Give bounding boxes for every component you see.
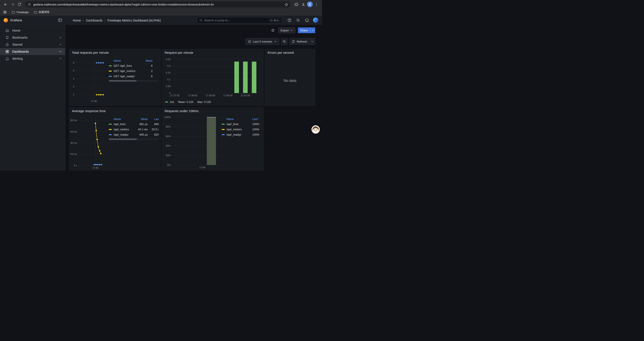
refresh-button[interactable]: Refresh bbox=[290, 38, 309, 45]
legend-row[interactable]: GET /api/_metrics 2 bbox=[109, 69, 158, 74]
monitor-icon bbox=[305, 18, 309, 22]
bookmarks-bar: Freeleaps 收藏博客 bbox=[0, 9, 322, 16]
topnav-icons bbox=[287, 18, 318, 23]
svg-text:2: 2 bbox=[73, 93, 74, 96]
no-data-message: No data bbox=[265, 56, 315, 105]
apps-grid-icon[interactable] bbox=[3, 10, 7, 14]
chevron-down-icon[interactable] bbox=[59, 43, 62, 46]
breadcrumb-dashboards[interactable]: Dashboards bbox=[86, 19, 102, 22]
series-color-dash bbox=[109, 124, 112, 125]
grafana-profile-avatar[interactable] bbox=[313, 18, 318, 23]
scrollbar-thumb[interactable] bbox=[109, 80, 136, 82]
news-button[interactable] bbox=[296, 18, 301, 23]
svg-text:20%: 20% bbox=[166, 154, 170, 157]
bookmark-item-blogs[interactable]: 收藏博客 bbox=[34, 10, 50, 14]
chevron-down-icon[interactable] bbox=[59, 57, 62, 60]
time-range-picker[interactable]: Last 5 minutes bbox=[246, 38, 279, 45]
extensions-button[interactable] bbox=[293, 1, 300, 8]
downloads-button[interactable] bbox=[300, 1, 307, 8]
svg-text:0.2: 0.2 bbox=[167, 65, 170, 67]
url-bar[interactable]: grafana.mathmast.com/d/deytv4rwavabkb/fr… bbox=[25, 1, 291, 8]
zoom-out-button[interactable] bbox=[281, 38, 288, 45]
assistant-avatar[interactable] bbox=[312, 125, 320, 134]
search-input[interactable] bbox=[204, 19, 267, 22]
legend-scrollbar[interactable] bbox=[109, 138, 159, 140]
svg-text:80 ms: 80 ms bbox=[70, 119, 77, 122]
favorite-dashboard-button[interactable] bbox=[270, 28, 276, 33]
legend-header-name[interactable]: Name bbox=[109, 59, 143, 62]
svg-text:100%: 100% bbox=[164, 116, 170, 119]
legend-row[interactable]: /api/_livez 661 µs 646 bbox=[109, 122, 159, 127]
svg-text:17:40: 17:40 bbox=[91, 100, 97, 103]
scrollbar-thumb[interactable] bbox=[109, 138, 137, 140]
legend-header-last[interactable]: Las bbox=[150, 118, 159, 121]
breadcrumb-current: Freeleaps Metrics Dashboard (ALPHA) bbox=[108, 19, 161, 22]
sidebar-toggle-button[interactable] bbox=[58, 18, 63, 23]
export-button[interactable]: Export bbox=[278, 28, 296, 33]
sidebar-item-label: Starred bbox=[12, 43, 22, 46]
chevron-down-icon[interactable] bbox=[59, 50, 62, 53]
legend-row[interactable]: /api/_metrics 100% bbox=[222, 127, 259, 132]
legend-row[interactable]: GET /api/_livez 6 bbox=[109, 63, 158, 69]
legend-row[interactable]: /api/_readyz 100% bbox=[222, 132, 259, 137]
svg-text:4: 4 bbox=[73, 78, 74, 80]
legend-row[interactable]: GET /api/_readyz 6 bbox=[109, 74, 158, 79]
legend-row[interactable]: /api/_metrics 40.1 ms 20.5 r bbox=[109, 127, 159, 132]
svg-text:17:40: 17:40 bbox=[199, 166, 206, 169]
sidebar-item-alerting[interactable]: Alerting bbox=[0, 55, 65, 62]
chevron-down-icon[interactable] bbox=[59, 36, 62, 39]
sidebar-item-label: Home bbox=[12, 29, 20, 32]
svg-text:0.05: 0.05 bbox=[166, 85, 170, 88]
svg-text:17:38:00: 17:38:00 bbox=[188, 94, 197, 97]
share-button[interactable]: Share bbox=[298, 28, 310, 33]
svg-text:0.25: 0.25 bbox=[166, 58, 170, 61]
grafana-logo[interactable] bbox=[3, 18, 8, 24]
legend-mean: Mean: 0.233 bbox=[178, 101, 193, 104]
legend-header-name[interactable]: Name bbox=[109, 118, 135, 121]
breadcrumb-home[interactable]: Home bbox=[73, 19, 81, 22]
legend-row[interactable]: /api/_livez 100% bbox=[222, 122, 259, 127]
total-requests-chart[interactable]: 6543217:40 bbox=[70, 57, 110, 104]
requests-under-100ms-chart[interactable]: 100%80%60%40%20%0%17:40 bbox=[163, 114, 227, 171]
legend-series[interactable]: 2xx bbox=[165, 101, 174, 104]
panel-title[interactable]: Requests under 100ms bbox=[162, 108, 263, 113]
sidebar-item-dashboards[interactable]: Dashboards bbox=[0, 48, 65, 55]
browser-menu-button[interactable] bbox=[313, 1, 320, 8]
search-box[interactable]: ⌘+k bbox=[197, 17, 282, 24]
brand-label: Grafana bbox=[10, 18, 22, 22]
panel-title[interactable]: Request per minute bbox=[162, 49, 263, 55]
request-per-minute-chart[interactable]: 0.250.20.150.10.05017:37:0017:38:0017:39… bbox=[163, 55, 262, 100]
forward-button[interactable] bbox=[9, 1, 16, 8]
bookmark-star-icon[interactable] bbox=[284, 3, 288, 6]
panel-requests-under-100ms: Requests under 100ms 100%80%60%40%20%0%1… bbox=[162, 107, 264, 171]
panel-title[interactable]: Average response time bbox=[69, 108, 160, 113]
tv-mode-button[interactable] bbox=[304, 18, 310, 23]
svg-text:17:40:00: 17:40:00 bbox=[223, 94, 232, 97]
bookmark-item-freeleaps[interactable]: Freeleaps bbox=[12, 11, 29, 14]
legend-header-last[interactable]: Last * bbox=[247, 118, 259, 121]
browser-profile-avatar[interactable] bbox=[307, 2, 313, 7]
panel-title[interactable]: Errors per second bbox=[265, 49, 315, 55]
panel-title[interactable]: Total requests per minute bbox=[69, 49, 160, 55]
folder-icon bbox=[34, 11, 37, 14]
screen: grafana.mathmast.com/d/deytv4rwavabkb/fr… bbox=[0, 0, 322, 171]
legend-header-mean[interactable]: Mean bbox=[143, 59, 152, 62]
refresh-interval-caret[interactable] bbox=[309, 38, 315, 45]
sidebar-item-bookmarks[interactable]: Bookmarks bbox=[0, 34, 65, 41]
legend-header-name[interactable]: Name bbox=[222, 118, 247, 121]
svg-text:17:40: 17:40 bbox=[92, 167, 99, 169]
avg-response-time-chart[interactable]: 80 ms60 ms40 ms20 ms0 s17:40 bbox=[70, 115, 110, 171]
help-button[interactable] bbox=[287, 18, 292, 23]
share-menu-caret[interactable] bbox=[310, 28, 315, 33]
legend-scrollbar[interactable] bbox=[109, 80, 158, 82]
series-color-dash bbox=[222, 129, 225, 130]
legend-header-mean[interactable]: Mean bbox=[135, 118, 148, 121]
sidebar-item-starred[interactable]: Starred bbox=[0, 41, 65, 48]
back-button[interactable] bbox=[2, 1, 9, 8]
svg-text:60%: 60% bbox=[166, 135, 170, 138]
reload-button[interactable] bbox=[16, 1, 23, 8]
site-info-icon[interactable] bbox=[28, 3, 31, 6]
legend-row[interactable]: /api/_readyz 605 µs 620 bbox=[109, 132, 159, 137]
sidebar-item-home[interactable]: Home bbox=[0, 27, 65, 34]
chevron-down-icon bbox=[274, 40, 277, 43]
